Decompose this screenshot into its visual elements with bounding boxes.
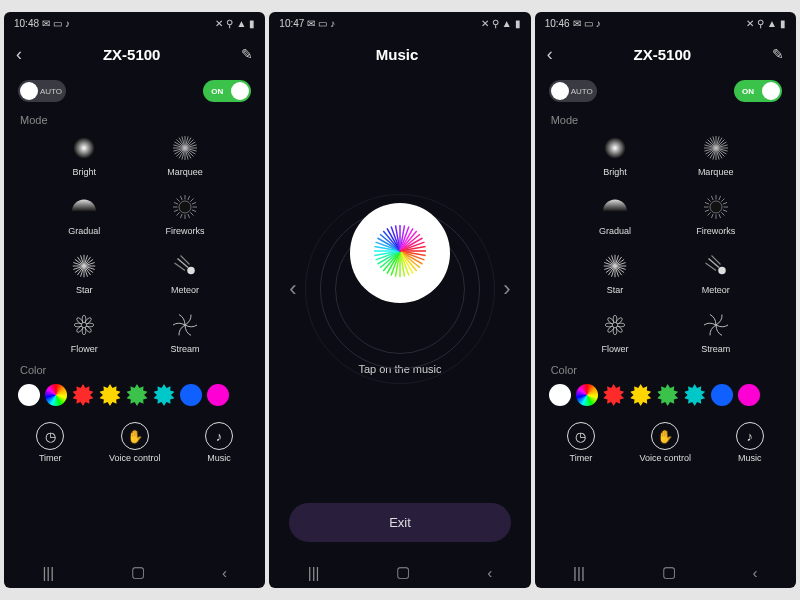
mode-stream[interactable]: Stream [135,305,236,358]
recent-apps-icon[interactable]: ||| [42,564,54,581]
svg-point-135 [710,201,722,213]
color-swatch[interactable] [45,384,67,406]
mode-label: Bright [603,167,627,177]
color-swatch[interactable] [630,384,652,406]
back-nav-icon[interactable]: ‹ [753,564,758,581]
svg-line-37 [180,196,182,200]
page-title: ZX-5100 [103,46,161,63]
star-icon [599,250,631,282]
prev-icon[interactable]: ‹ [289,276,296,302]
battery-icon: ▮ [515,18,521,29]
back-icon[interactable]: ‹ [16,44,22,65]
mode-fireworks[interactable]: Fireworks [665,187,766,240]
svg-line-146 [707,199,710,202]
svg-line-27 [192,210,196,212]
mode-section-label: Mode [4,108,265,128]
color-swatch[interactable] [576,384,598,406]
gradual-icon [68,191,100,223]
status-bar: 10:47✉▭♪ ✕⚲▲▮ [269,12,530,34]
home-icon[interactable]: ▢ [131,563,145,581]
action-timer[interactable]: ◷ Timer [567,422,595,463]
clap-icon: ✋ [651,422,679,450]
exit-button[interactable]: Exit [289,503,510,542]
action-timer[interactable]: ◷ Timer [36,422,64,463]
color-swatch[interactable] [603,384,625,406]
back-icon[interactable]: ‹ [547,44,553,65]
color-swatch[interactable] [738,384,760,406]
mode-label: Flower [601,344,628,354]
color-swatch[interactable] [549,384,571,406]
svg-line-145 [705,202,709,204]
bright-icon [599,132,631,164]
mode-flower[interactable]: Flower [565,305,666,358]
auto-toggle[interactable]: AUTO [18,80,66,102]
action-clap[interactable]: ✋ Voice control [640,422,692,463]
edit-icon[interactable]: ✎ [241,46,253,62]
color-swatch[interactable] [711,384,733,406]
auto-label: AUTO [40,87,62,96]
next-icon[interactable]: › [503,276,510,302]
power-toggle[interactable]: ON [734,80,782,102]
auto-toggle[interactable]: AUTO [549,80,597,102]
power-toggle[interactable]: ON [203,80,251,102]
color-swatch[interactable] [72,384,94,406]
android-nav: ||| ▢ ‹ [269,556,530,588]
edit-icon[interactable]: ✎ [772,46,784,62]
phone-screen: 10:47✉▭♪ ✕⚲▲▮ ‹ Music ✎ ‹ › Tap on the m… [269,12,530,588]
action-note[interactable]: ♪ Music [205,422,233,463]
color-swatch[interactable] [684,384,706,406]
color-swatch[interactable] [657,384,679,406]
mode-label: Bright [73,167,97,177]
clock: 10:46 [545,18,570,29]
color-swatch[interactable] [99,384,121,406]
svg-line-147 [711,196,713,200]
svg-line-150 [721,199,724,202]
color-swatch[interactable] [18,384,40,406]
svg-line-35 [174,202,178,204]
svg-line-31 [180,214,182,218]
back-nav-icon[interactable]: ‹ [487,564,492,581]
mode-gradual[interactable]: Gradual [34,187,135,240]
color-swatch[interactable] [180,384,202,406]
mode-label: Gradual [68,226,100,236]
svg-point-62 [187,267,195,275]
mode-meteor[interactable]: Meteor [665,246,766,299]
mode-label: Flower [71,344,98,354]
recent-apps-icon[interactable]: ||| [308,564,320,581]
mode-label: Stream [170,344,199,354]
mode-star[interactable]: Star [565,246,666,299]
mode-label: Star [76,285,93,295]
svg-line-151 [723,202,727,204]
action-note[interactable]: ♪ Music [736,422,764,463]
back-nav-icon[interactable]: ‹ [222,564,227,581]
mode-bright[interactable]: Bright [565,128,666,181]
mode-meteor[interactable]: Meteor [135,246,236,299]
svg-point-73 [85,317,93,325]
bright-icon [68,132,100,164]
svg-line-137 [723,210,727,212]
music-visualizer[interactable] [350,203,450,303]
home-icon[interactable]: ▢ [396,563,410,581]
mode-marquee[interactable]: Marquee [135,128,236,181]
mode-flower[interactable]: Flower [34,305,135,358]
svg-point-0 [74,138,95,159]
mode-marquee[interactable]: Marquee [665,128,766,181]
stream-icon [700,309,732,341]
mode-stream[interactable]: Stream [665,305,766,358]
mode-fireworks[interactable]: Fireworks [135,187,236,240]
color-swatch[interactable] [126,384,148,406]
mode-star[interactable]: Star [34,246,135,299]
mode-bright[interactable]: Bright [34,128,135,181]
action-clap[interactable]: ✋ Voice control [109,422,161,463]
color-swatch[interactable] [153,384,175,406]
recent-apps-icon[interactable]: ||| [573,564,585,581]
home-icon[interactable]: ▢ [662,563,676,581]
marquee-icon [169,132,201,164]
action-label: Timer [39,453,62,463]
color-swatch[interactable] [207,384,229,406]
fireworks-icon [700,191,732,223]
action-label: Music [207,453,231,463]
mode-label: Stream [701,344,730,354]
mode-label: Marquee [167,167,203,177]
mode-gradual[interactable]: Gradual [565,187,666,240]
